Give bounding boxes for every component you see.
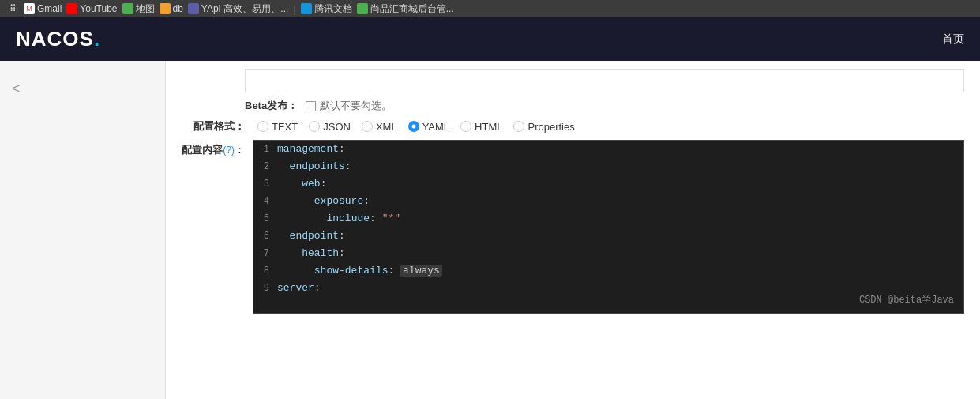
format-yaml[interactable]: YAML xyxy=(408,121,449,133)
code-line-7: 7 health: xyxy=(253,245,963,262)
yapi-favicon xyxy=(188,3,199,14)
youtube-favicon xyxy=(66,3,77,14)
line-content-3: web: xyxy=(277,175,326,193)
bookmark-yapi[interactable]: YApi-高效、易用、... xyxy=(188,2,288,16)
main-layout: < Beta发布： 默认不要勾选。 配置格式： TEXT xyxy=(0,61,980,399)
line-num-4: 4 xyxy=(253,193,277,210)
top-input[interactable] xyxy=(245,69,964,92)
format-text[interactable]: TEXT xyxy=(257,121,298,133)
line-num-2: 2 xyxy=(253,158,277,175)
code-line-3: 3 web: xyxy=(253,175,963,193)
shop-favicon xyxy=(357,3,368,14)
format-json[interactable]: JSON xyxy=(309,121,351,133)
tencent-favicon xyxy=(301,3,312,14)
format-html-label: HTML xyxy=(475,121,502,133)
nacos-nav-home[interactable]: 首页 xyxy=(942,32,964,47)
code-editor[interactable]: 1 management: 2 endpoints: 3 web: xyxy=(253,140,964,314)
nacos-header: NACOS . 首页 xyxy=(0,17,980,61)
line-content-9: server: xyxy=(277,280,321,297)
format-radio-group: TEXT JSON XML YAML xyxy=(257,121,575,133)
line-content-7: health: xyxy=(277,245,345,262)
bookmark-maps[interactable]: 地图 xyxy=(122,2,155,16)
line-content-8: show-details: always xyxy=(277,262,442,280)
gmail-label: Gmail xyxy=(37,3,62,14)
beta-checkbox[interactable] xyxy=(306,101,316,111)
line-content-4: exposure: xyxy=(277,193,370,210)
format-row: 配置格式： TEXT JSON XML xyxy=(182,119,964,134)
code-line-4: 4 exposure: xyxy=(253,193,963,210)
radio-yaml[interactable] xyxy=(408,121,419,132)
line-content-1: management: xyxy=(277,141,345,158)
youtube-label: YouTube xyxy=(80,3,117,14)
sidebar-toggle[interactable]: < xyxy=(8,77,24,101)
content-area: Beta发布： 默认不要勾选。 配置格式： TEXT JSON xyxy=(166,61,980,399)
line-content-2: endpoints: xyxy=(277,158,351,175)
nacos-logo: NACOS . xyxy=(16,27,100,51)
yapi-label: YApi-高效、易用、... xyxy=(201,2,288,16)
beta-hint: 默认不要勾选。 xyxy=(320,99,392,113)
line-content-5: include: "*" xyxy=(277,210,400,228)
db-favicon xyxy=(160,3,171,14)
sidebar: < xyxy=(0,61,166,399)
db-label: db xyxy=(173,3,183,14)
nacos-logo-dot: . xyxy=(94,27,100,51)
shop-label: 尚品汇商城后台管... xyxy=(370,2,454,16)
radio-text[interactable] xyxy=(257,121,268,132)
bookmark-youtube[interactable]: YouTube xyxy=(66,3,117,14)
format-json-label: JSON xyxy=(323,121,351,133)
bookmark-tencent[interactable]: 腾讯文档 xyxy=(301,2,352,16)
code-line-6: 6 endpoint: xyxy=(253,228,963,245)
line-content-6: endpoint: xyxy=(277,228,345,245)
tencent-label: 腾讯文档 xyxy=(314,2,352,16)
format-properties-label: Properties xyxy=(528,121,574,133)
config-colon: ： xyxy=(235,144,245,156)
format-text-label: TEXT xyxy=(272,121,298,133)
radio-json[interactable] xyxy=(309,121,320,132)
form-section: Beta发布： 默认不要勾选。 配置格式： TEXT JSON xyxy=(166,61,980,314)
line-num-5: 5 xyxy=(253,210,277,228)
line-num-9: 9 xyxy=(253,280,277,297)
browser-bar: ⠿ M Gmail YouTube 地图 db YApi-高效、易用、... |… xyxy=(0,0,980,17)
format-label: 配置格式： xyxy=(182,119,245,134)
code-line-2: 2 endpoints: xyxy=(253,158,963,175)
line-num-7: 7 xyxy=(253,245,277,262)
radio-xml[interactable] xyxy=(362,121,373,132)
code-line-8: 8 show-details: always xyxy=(253,262,963,280)
code-line-9: 9 server: xyxy=(253,280,963,297)
line-num-1: 1 xyxy=(253,141,277,158)
nacos-logo-text: NACOS xyxy=(16,27,94,51)
separator: | xyxy=(293,3,295,15)
radio-html[interactable] xyxy=(460,121,471,132)
maps-label: 地图 xyxy=(136,2,155,16)
config-content-row: 配置内容(?)： 1 management: 2 endpoints: xyxy=(182,140,964,314)
format-xml[interactable]: XML xyxy=(362,121,397,133)
format-properties[interactable]: Properties xyxy=(513,121,574,133)
bookmark-shop[interactable]: 尚品汇商城后台管... xyxy=(357,2,454,16)
format-yaml-label: YAML xyxy=(422,121,449,133)
maps-favicon xyxy=(122,3,133,14)
radio-properties[interactable] xyxy=(513,121,524,132)
line-num-8: 8 xyxy=(253,262,277,280)
beta-label: Beta发布： xyxy=(245,99,298,113)
watermark: CSDN @beita学Java xyxy=(859,293,954,307)
gmail-favicon: M xyxy=(24,3,35,14)
format-xml-label: XML xyxy=(376,121,397,133)
line-num-6: 6 xyxy=(253,228,277,245)
apps-icon[interactable]: ⠿ xyxy=(6,2,19,15)
bookmark-db[interactable]: db xyxy=(160,3,183,14)
line-num-3: 3 xyxy=(253,175,277,193)
code-line-1: 1 management: xyxy=(253,141,963,158)
help-icon[interactable]: (?) xyxy=(223,145,235,156)
always-highlight: always xyxy=(400,265,442,277)
bookmark-gmail[interactable]: M Gmail xyxy=(24,3,62,14)
beta-row: Beta发布： 默认不要勾选。 xyxy=(182,99,964,113)
format-html[interactable]: HTML xyxy=(460,121,502,133)
code-line-5: 5 include: "*" xyxy=(253,210,963,228)
config-label: 配置内容 xyxy=(182,141,223,156)
